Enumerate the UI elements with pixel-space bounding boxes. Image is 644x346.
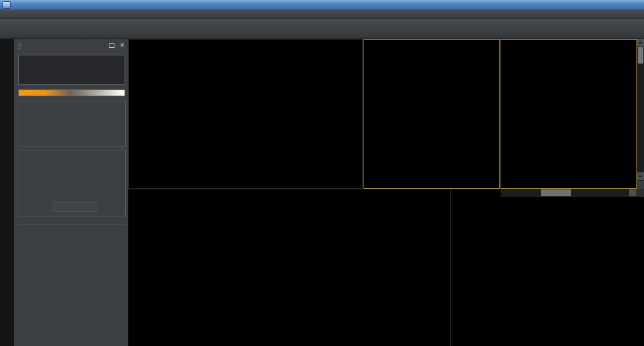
axial-orientation-widget bbox=[131, 157, 169, 189]
viewport-panoramic[interactable] bbox=[128, 189, 450, 346]
viewport-area bbox=[128, 39, 644, 346]
create-button bbox=[53, 202, 97, 212]
density-histogram[interactable] bbox=[18, 55, 125, 85]
panel-grip-icon[interactable] bbox=[17, 43, 22, 50]
viewport-axial[interactable] bbox=[128, 39, 363, 189]
scroll-up-button[interactable] bbox=[637, 39, 644, 47]
sidebar-tabstrip bbox=[0, 39, 14, 346]
float-panel-icon[interactable] bbox=[109, 43, 114, 48]
filters-panel: × bbox=[14, 39, 128, 346]
viewport-cross-section-1[interactable] bbox=[364, 39, 500, 189]
threshold-gradient-bar bbox=[18, 89, 125, 96]
panel-header: × bbox=[14, 39, 128, 54]
panel-divider bbox=[17, 224, 126, 225]
vertical-scroll-thumb[interactable] bbox=[638, 47, 643, 64]
scroll-right-button[interactable] bbox=[629, 189, 636, 196]
application-window: × bbox=[0, 0, 644, 346]
horizontal-scroll-thumb[interactable] bbox=[541, 189, 571, 196]
toolbar bbox=[0, 19, 644, 39]
scrollbar-corner bbox=[637, 189, 644, 197]
app-icon bbox=[3, 1, 11, 9]
cross-section-vertical-scrollbar[interactable] bbox=[637, 39, 644, 189]
menu-bar bbox=[0, 10, 644, 19]
titlebar[interactable] bbox=[0, 0, 644, 10]
viewport-3d[interactable] bbox=[450, 189, 644, 346]
viewport-cross-section-2[interactable] bbox=[501, 39, 637, 189]
scroll-down-button[interactable] bbox=[637, 172, 644, 180]
create-3d-object-group bbox=[18, 150, 126, 216]
scrollbar-corner-button[interactable] bbox=[637, 181, 644, 189]
close-panel-icon[interactable]: × bbox=[119, 40, 125, 50]
cross-section-horizontal-scrollbar[interactable] bbox=[501, 189, 637, 197]
threshold-values-group bbox=[18, 101, 126, 147]
